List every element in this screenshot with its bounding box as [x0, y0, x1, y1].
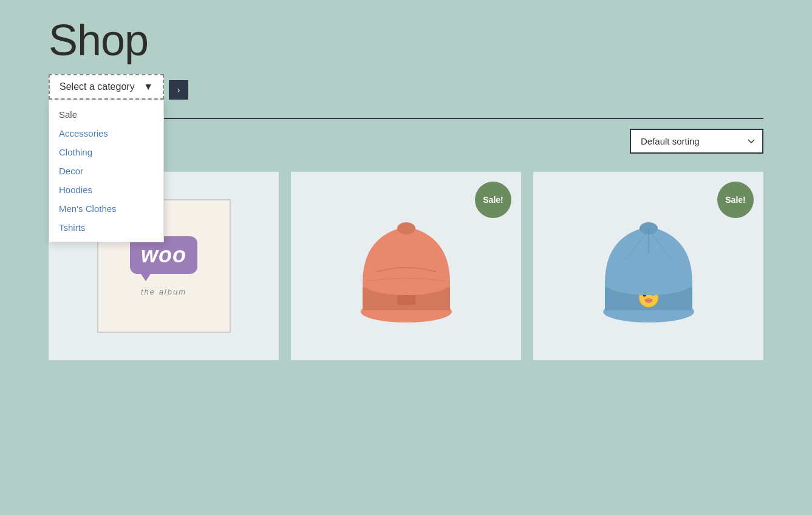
breadcrumb-arrow-button[interactable]: ›	[169, 80, 188, 100]
woo-text: woo	[141, 242, 186, 267]
category-option-decor[interactable]: Decor	[49, 162, 163, 180]
svg-point-5	[397, 222, 415, 234]
page-title: Shop	[49, 18, 763, 62]
product-card-beanie-orange[interactable]: Sale!	[291, 172, 521, 360]
page-container: Shop Select a category ▼ Sale Accessorie…	[0, 0, 812, 378]
sort-select[interactable]: Default sorting Sort by popularity Sort …	[630, 129, 763, 154]
category-dropdown-wrapper: Select a category ▼ Sale Accessories Clo…	[49, 74, 164, 100]
category-option-mens-clothes[interactable]: Men's Clothes	[49, 199, 163, 218]
category-option-sale[interactable]: Sale	[49, 105, 163, 124]
category-dropdown-menu: Sale Accessories Clothing Decor Hoodies …	[49, 100, 164, 242]
sale-badge-blue: Sale!	[717, 182, 754, 218]
category-option-clothing[interactable]: Clothing	[49, 143, 163, 162]
svg-point-12	[645, 298, 652, 303]
beanie-orange-svg	[346, 193, 467, 339]
category-placeholder: Select a category	[60, 81, 135, 92]
category-select-button[interactable]: Select a category ▼	[49, 74, 164, 100]
product-card-beanie-blue[interactable]: Sale!	[533, 172, 763, 360]
category-option-accessories[interactable]: Accessories	[49, 124, 163, 143]
category-option-tshirts[interactable]: Tshirts	[49, 218, 163, 237]
sale-badge-orange: Sale!	[475, 182, 511, 218]
beanie-blue-svg	[588, 193, 709, 339]
breadcrumb-nav: Select a category ▼ Sale Accessories Clo…	[49, 74, 763, 106]
category-option-hoodies[interactable]: Hoodies	[49, 180, 163, 199]
album-subtitle: the album	[141, 287, 186, 296]
dropdown-arrow-icon: ▼	[143, 81, 153, 92]
